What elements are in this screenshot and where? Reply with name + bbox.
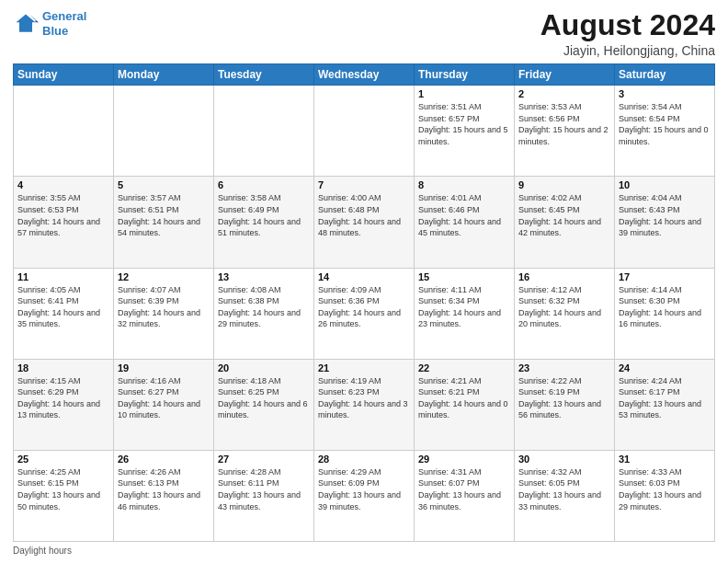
day-info: Sunrise: 3:58 AM Sunset: 6:49 PM Dayligh… xyxy=(218,192,310,238)
calendar-table: Sunday Monday Tuesday Wednesday Thursday… xyxy=(13,63,715,542)
logo-line1: General xyxy=(42,9,86,23)
day-number: 16 xyxy=(518,271,610,282)
day-number: 7 xyxy=(318,179,410,190)
day-number: 18 xyxy=(17,362,109,373)
calendar-week-row: 4Sunrise: 3:55 AM Sunset: 6:53 PM Daylig… xyxy=(14,177,715,268)
day-number: 30 xyxy=(518,454,610,465)
day-number: 13 xyxy=(218,271,310,282)
day-info: Sunrise: 4:07 AM Sunset: 6:39 PM Dayligh… xyxy=(118,284,210,330)
day-number: 14 xyxy=(318,271,410,282)
calendar-header-row: Sunday Monday Tuesday Wednesday Thursday… xyxy=(14,64,715,86)
day-info: Sunrise: 4:18 AM Sunset: 6:25 PM Dayligh… xyxy=(218,375,310,421)
calendar-cell: 10Sunrise: 4:04 AM Sunset: 6:43 PM Dayli… xyxy=(615,177,715,268)
header-wednesday: Wednesday xyxy=(314,64,415,86)
day-info: Sunrise: 3:51 AM Sunset: 6:57 PM Dayligh… xyxy=(418,101,510,147)
calendar-cell: 6Sunrise: 3:58 AM Sunset: 6:49 PM Daylig… xyxy=(214,177,314,268)
footer-note: Daylight hours xyxy=(13,546,715,556)
logo-text: General Blue xyxy=(42,9,86,38)
calendar-cell: 4Sunrise: 3:55 AM Sunset: 6:53 PM Daylig… xyxy=(14,177,114,268)
day-info: Sunrise: 4:08 AM Sunset: 6:38 PM Dayligh… xyxy=(218,284,310,330)
day-info: Sunrise: 4:05 AM Sunset: 6:41 PM Dayligh… xyxy=(17,284,109,330)
day-number: 6 xyxy=(218,179,310,190)
day-number: 9 xyxy=(518,179,610,190)
logo: General Blue xyxy=(13,9,86,38)
day-info: Sunrise: 4:31 AM Sunset: 6:07 PM Dayligh… xyxy=(418,466,510,512)
day-number: 5 xyxy=(118,179,210,190)
calendar-cell xyxy=(214,86,314,177)
day-number: 25 xyxy=(17,454,109,465)
calendar-cell: 31Sunrise: 4:33 AM Sunset: 6:03 PM Dayli… xyxy=(615,450,715,541)
header-friday: Friday xyxy=(515,64,615,86)
calendar-cell: 9Sunrise: 4:02 AM Sunset: 6:45 PM Daylig… xyxy=(515,177,615,268)
header-tuesday: Tuesday xyxy=(214,64,314,86)
calendar-week-row: 1Sunrise: 3:51 AM Sunset: 6:57 PM Daylig… xyxy=(14,86,715,177)
calendar-cell: 19Sunrise: 4:16 AM Sunset: 6:27 PM Dayli… xyxy=(114,359,214,450)
day-number: 28 xyxy=(318,454,410,465)
header-saturday: Saturday xyxy=(615,64,715,86)
day-info: Sunrise: 4:32 AM Sunset: 6:05 PM Dayligh… xyxy=(518,466,610,512)
day-info: Sunrise: 3:53 AM Sunset: 6:56 PM Dayligh… xyxy=(518,101,610,147)
day-info: Sunrise: 4:25 AM Sunset: 6:15 PM Dayligh… xyxy=(17,466,109,512)
calendar-week-row: 18Sunrise: 4:15 AM Sunset: 6:29 PM Dayli… xyxy=(14,359,715,450)
day-info: Sunrise: 3:57 AM Sunset: 6:51 PM Dayligh… xyxy=(118,192,210,238)
calendar-cell xyxy=(14,86,114,177)
calendar-cell: 23Sunrise: 4:22 AM Sunset: 6:19 PM Dayli… xyxy=(515,359,615,450)
calendar-week-row: 11Sunrise: 4:05 AM Sunset: 6:41 PM Dayli… xyxy=(14,268,715,359)
day-number: 19 xyxy=(118,362,210,373)
day-number: 23 xyxy=(518,362,610,373)
day-number: 10 xyxy=(619,179,711,190)
day-number: 22 xyxy=(418,362,510,373)
day-number: 3 xyxy=(619,88,711,99)
main-title: August 2024 xyxy=(540,9,715,41)
day-number: 2 xyxy=(518,88,610,99)
calendar-cell: 18Sunrise: 4:15 AM Sunset: 6:29 PM Dayli… xyxy=(14,359,114,450)
calendar-cell xyxy=(114,86,214,177)
calendar-cell xyxy=(314,86,415,177)
day-info: Sunrise: 4:02 AM Sunset: 6:45 PM Dayligh… xyxy=(518,192,610,238)
header-sunday: Sunday xyxy=(14,64,114,86)
subtitle: Jiayin, Heilongjiang, China xyxy=(540,43,715,58)
calendar-cell: 24Sunrise: 4:24 AM Sunset: 6:17 PM Dayli… xyxy=(615,359,715,450)
page: General Blue August 2024 Jiayin, Heilong… xyxy=(0,0,728,563)
calendar-cell: 22Sunrise: 4:21 AM Sunset: 6:21 PM Dayli… xyxy=(415,359,515,450)
day-info: Sunrise: 4:01 AM Sunset: 6:46 PM Dayligh… xyxy=(418,192,510,238)
calendar-cell: 3Sunrise: 3:54 AM Sunset: 6:54 PM Daylig… xyxy=(615,86,715,177)
day-number: 29 xyxy=(418,454,510,465)
calendar-cell: 1Sunrise: 3:51 AM Sunset: 6:57 PM Daylig… xyxy=(415,86,515,177)
calendar-cell: 14Sunrise: 4:09 AM Sunset: 6:36 PM Dayli… xyxy=(314,268,415,359)
day-info: Sunrise: 4:14 AM Sunset: 6:30 PM Dayligh… xyxy=(619,284,711,330)
day-info: Sunrise: 4:19 AM Sunset: 6:23 PM Dayligh… xyxy=(318,375,410,421)
calendar-cell: 17Sunrise: 4:14 AM Sunset: 6:30 PM Dayli… xyxy=(615,268,715,359)
day-info: Sunrise: 4:09 AM Sunset: 6:36 PM Dayligh… xyxy=(318,284,410,330)
day-number: 20 xyxy=(218,362,310,373)
day-number: 27 xyxy=(218,454,310,465)
day-info: Sunrise: 4:33 AM Sunset: 6:03 PM Dayligh… xyxy=(619,466,711,512)
logo-line2: Blue xyxy=(42,24,68,38)
calendar-cell: 29Sunrise: 4:31 AM Sunset: 6:07 PM Dayli… xyxy=(415,450,515,541)
calendar-cell: 15Sunrise: 4:11 AM Sunset: 6:34 PM Dayli… xyxy=(415,268,515,359)
day-number: 11 xyxy=(17,271,109,282)
header-monday: Monday xyxy=(114,64,214,86)
day-info: Sunrise: 4:24 AM Sunset: 6:17 PM Dayligh… xyxy=(619,375,711,421)
day-number: 21 xyxy=(318,362,410,373)
header-thursday: Thursday xyxy=(415,64,515,86)
day-number: 4 xyxy=(17,179,109,190)
day-number: 24 xyxy=(619,362,711,373)
calendar-cell: 25Sunrise: 4:25 AM Sunset: 6:15 PM Dayli… xyxy=(14,450,114,541)
day-number: 12 xyxy=(118,271,210,282)
day-info: Sunrise: 4:28 AM Sunset: 6:11 PM Dayligh… xyxy=(218,466,310,512)
day-info: Sunrise: 3:54 AM Sunset: 6:54 PM Dayligh… xyxy=(619,101,711,147)
day-info: Sunrise: 4:21 AM Sunset: 6:21 PM Dayligh… xyxy=(418,375,510,421)
day-info: Sunrise: 4:26 AM Sunset: 6:13 PM Dayligh… xyxy=(118,466,210,512)
calendar-cell: 27Sunrise: 4:28 AM Sunset: 6:11 PM Dayli… xyxy=(214,450,314,541)
logo-icon xyxy=(13,11,39,37)
calendar-cell: 7Sunrise: 4:00 AM Sunset: 6:48 PM Daylig… xyxy=(314,177,415,268)
calendar-cell: 13Sunrise: 4:08 AM Sunset: 6:38 PM Dayli… xyxy=(214,268,314,359)
calendar-cell: 28Sunrise: 4:29 AM Sunset: 6:09 PM Dayli… xyxy=(314,450,415,541)
calendar-cell: 8Sunrise: 4:01 AM Sunset: 6:46 PM Daylig… xyxy=(415,177,515,268)
day-info: Sunrise: 4:29 AM Sunset: 6:09 PM Dayligh… xyxy=(318,466,410,512)
header: General Blue August 2024 Jiayin, Heilong… xyxy=(13,9,715,58)
day-info: Sunrise: 4:04 AM Sunset: 6:43 PM Dayligh… xyxy=(619,192,711,238)
day-info: Sunrise: 3:55 AM Sunset: 6:53 PM Dayligh… xyxy=(17,192,109,238)
day-number: 8 xyxy=(418,179,510,190)
